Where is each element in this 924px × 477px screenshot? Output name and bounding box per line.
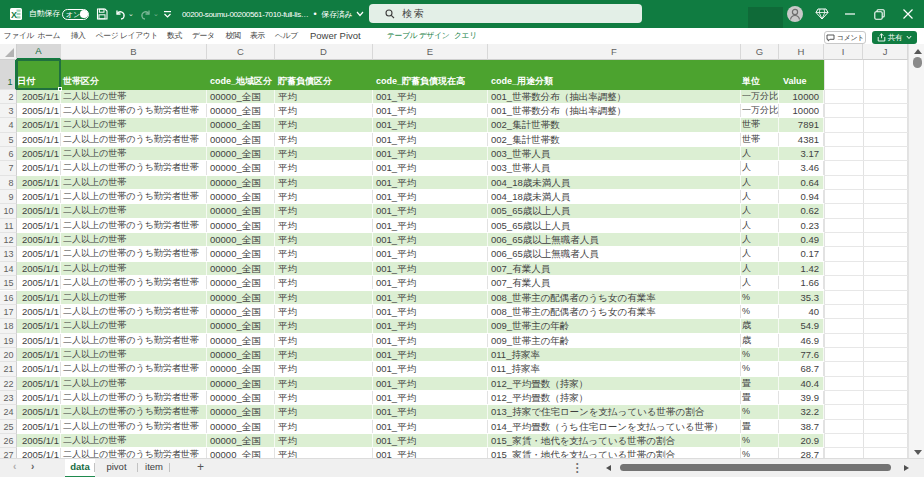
cell[interactable]: 40 xyxy=(779,305,824,318)
cell[interactable]: 平均 xyxy=(275,319,373,332)
cell[interactable]: 2005/1/1 xyxy=(17,420,61,433)
cell[interactable]: 2005/1/1 xyxy=(17,204,61,217)
cell[interactable]: 2005/1/1 xyxy=(17,90,61,103)
cell[interactable]: 二人以上の世帯のうち勤労者世帯 xyxy=(61,161,207,174)
ribbon-tab-home[interactable]: ホーム xyxy=(38,28,61,44)
cell[interactable]: 2005/1/1 xyxy=(17,319,61,332)
cell[interactable]: 0.64 xyxy=(779,176,824,189)
cell[interactable]: 003_世帯人員 xyxy=(488,147,741,160)
cell[interactable]: % xyxy=(741,305,779,318)
cell[interactable]: 平均 xyxy=(275,204,373,217)
ribbon-tab-table-design[interactable]: テーブル デザイン xyxy=(387,28,449,44)
cell[interactable]: 2005/1/1 xyxy=(17,219,61,232)
cell[interactable]: 平均 xyxy=(275,190,373,203)
add-sheet-button[interactable]: + xyxy=(193,460,208,475)
cell[interactable]: % xyxy=(741,291,779,304)
cell[interactable]: 001_平均 xyxy=(373,434,488,447)
column-header-J[interactable]: J xyxy=(863,44,908,60)
sheet-tab-pivot[interactable]: pivot xyxy=(95,459,138,477)
scroll-right-arrow[interactable] xyxy=(904,465,909,471)
cell[interactable]: 2005/1/1 xyxy=(17,262,61,275)
cell[interactable]: 平均 xyxy=(275,362,373,375)
cell[interactable]: 001_平均 xyxy=(373,147,488,160)
cell[interactable]: 平均 xyxy=(275,377,373,390)
row-header-3[interactable]: 3 xyxy=(0,104,17,118)
cell[interactable]: 畳 xyxy=(741,420,779,433)
cell[interactable]: 世帯 xyxy=(741,133,779,146)
vertical-scroll-thumb[interactable] xyxy=(913,57,922,68)
row-header-16[interactable]: 16 xyxy=(0,291,17,305)
cell[interactable]: 00000_全国 xyxy=(207,348,275,361)
cell[interactable]: 00000_全国 xyxy=(207,448,275,458)
cell[interactable]: 00000_全国 xyxy=(207,204,275,217)
premium-gem-icon[interactable] xyxy=(811,0,833,28)
row-header-1[interactable]: 1 xyxy=(0,60,17,90)
minimize-button[interactable] xyxy=(839,0,861,28)
cell[interactable]: 20.9 xyxy=(779,434,824,447)
cell[interactable]: 32.2 xyxy=(779,405,824,418)
scroll-up-arrow[interactable] xyxy=(914,49,922,54)
row-header-11[interactable]: 11 xyxy=(0,219,17,233)
ribbon-tab-query[interactable]: クエリ xyxy=(454,28,477,44)
cell[interactable]: 平均 xyxy=(275,104,373,117)
cell[interactable]: % xyxy=(741,448,779,458)
cell[interactable]: 畳 xyxy=(741,391,779,404)
row-header-27[interactable]: 27 xyxy=(0,448,17,458)
cell[interactable]: 2005/1/1 xyxy=(17,291,61,304)
cell[interactable]: 001_平均 xyxy=(373,161,488,174)
horizontal-scroll-thumb[interactable] xyxy=(620,464,891,471)
ribbon-tab-page-layout[interactable]: ページ レイアウト xyxy=(96,28,158,44)
cell[interactable]: 00000_全国 xyxy=(207,291,275,304)
ribbon-tab-view[interactable]: 表示 xyxy=(250,28,265,44)
cell[interactable]: 2005/1/1 xyxy=(17,161,61,174)
cell[interactable]: 001_平均 xyxy=(373,348,488,361)
cell[interactable]: 00000_全国 xyxy=(207,319,275,332)
document-title-group[interactable]: 00200-soumu-00200561-7010-full-lis… • 保存… xyxy=(182,0,364,28)
cell[interactable]: 二人以上の世帯のうち勤労者世帯 xyxy=(61,104,207,117)
cell[interactable]: 00000_全国 xyxy=(207,219,275,232)
cell[interactable]: 001_平均 xyxy=(373,377,488,390)
cell[interactable]: 003_世帯人員 xyxy=(488,161,741,174)
customize-toolbar-icon[interactable] xyxy=(163,5,172,23)
cell[interactable]: 10000 xyxy=(779,104,824,117)
cell[interactable]: 00000_全国 xyxy=(207,377,275,390)
vertical-scrollbar[interactable] xyxy=(908,44,924,458)
excel-app-icon[interactable]: X xyxy=(10,8,22,20)
cell[interactable]: 二人以上の世帯 xyxy=(61,377,207,390)
cell[interactable]: 001_平均 xyxy=(373,305,488,318)
cell[interactable]: 2005/1/1 xyxy=(17,377,61,390)
cell[interactable]: 001_平均 xyxy=(373,420,488,433)
cell[interactable]: 001_平均 xyxy=(373,262,488,275)
cell[interactable]: 平均 xyxy=(275,90,373,103)
cell[interactable]: 二人以上の世帯のうち勤労者世帯 xyxy=(61,276,207,289)
cell[interactable]: 008_世帯主の配偶者のうち女の有業率 xyxy=(488,291,741,304)
cell[interactable]: 1.42 xyxy=(779,262,824,275)
cell[interactable]: 0.62 xyxy=(779,204,824,217)
cell[interactable]: 001_平均 xyxy=(373,405,488,418)
cell[interactable]: 人 xyxy=(741,176,779,189)
cell[interactable]: 46.9 xyxy=(779,334,824,347)
ribbon-tab-file[interactable]: ファイル xyxy=(4,28,34,44)
cell[interactable]: 00000_全国 xyxy=(207,276,275,289)
cell[interactable]: 貯蓄負債区分 xyxy=(275,60,373,90)
cell[interactable]: 単位 xyxy=(741,60,779,90)
cell[interactable]: 002_集計世帯数 xyxy=(488,118,741,131)
cell[interactable]: 一万分比 xyxy=(741,104,779,117)
cell[interactable]: 40.4 xyxy=(779,377,824,390)
row-header-24[interactable]: 24 xyxy=(0,405,17,419)
cell[interactable]: Value xyxy=(779,60,824,90)
cell[interactable]: 2005/1/1 xyxy=(17,448,61,458)
cell[interactable]: 2005/1/1 xyxy=(17,305,61,318)
cell[interactable]: 4381 xyxy=(779,133,824,146)
cell[interactable]: 2005/1/1 xyxy=(17,118,61,131)
cell[interactable]: 006_65歳以上無職者人員 xyxy=(488,233,741,246)
row-header-20[interactable]: 20 xyxy=(0,348,17,362)
row-header-22[interactable]: 22 xyxy=(0,377,17,391)
column-header-F[interactable]: F xyxy=(488,44,741,60)
cell[interactable]: 二人以上の世帯 xyxy=(61,204,207,217)
cell[interactable]: 00000_全国 xyxy=(207,190,275,203)
cell[interactable]: 二人以上の世帯 xyxy=(61,348,207,361)
cell[interactable]: 001_世帯数分布（抽出率調整） xyxy=(488,104,741,117)
redo-icon[interactable] xyxy=(139,5,152,23)
ribbon-tab-help[interactable]: ヘルプ xyxy=(275,28,298,44)
